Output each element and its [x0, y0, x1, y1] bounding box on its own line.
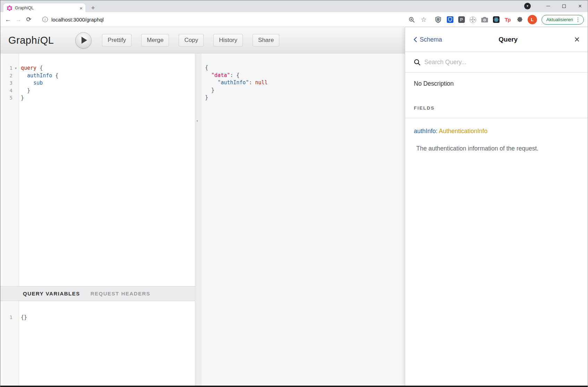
fold-arrow-icon[interactable]: ▾	[12, 64, 19, 72]
toolbar-button-prettify[interactable]: Prettify	[102, 34, 131, 46]
query-gutter-rows: 1▾2345	[0, 64, 19, 102]
doc-fields-heading: FIELDS	[414, 105, 579, 111]
doc-back-label: Schema	[420, 36, 442, 43]
code-line: {	[205, 64, 268, 72]
tab-request-headers[interactable]: REQUEST HEADERS	[91, 291, 151, 296]
tab-query-variables[interactable]: QUERY VARIABLES	[23, 291, 80, 296]
doc-close-icon[interactable]: ×	[574, 35, 580, 44]
reload-icon[interactable]: ⟳	[24, 16, 34, 23]
gutter-row: 1	[0, 314, 19, 321]
tab-title: GraphiQL	[15, 6, 79, 10]
variables-gutter-rows: 1	[0, 314, 19, 321]
doc-field-row: authInfo: AuthenticationInfo	[414, 128, 579, 135]
code-line: {}	[21, 314, 27, 321]
variables-tabbar: QUERY VARIABLESREQUEST HEADERS	[0, 286, 195, 301]
react-devtools-extension-icon[interactable]	[493, 16, 500, 23]
menu-kebab-icon[interactable]: ⋮	[575, 16, 581, 23]
field-name-link[interactable]: authInfo	[414, 128, 436, 135]
doc-title: Query	[442, 36, 574, 43]
code-line: query {	[21, 64, 58, 72]
graphql-favicon-icon	[7, 6, 12, 11]
gutter-row: 1▾	[0, 64, 19, 72]
back-icon[interactable]: ←	[3, 16, 13, 23]
query-editor[interactable]: 1▾2345 query { authInfo { sub }}	[0, 53, 195, 286]
address-bar[interactable]: localhost:3000/graphql	[51, 17, 104, 23]
code-line: }	[21, 94, 58, 102]
autoscroll-extension-icon[interactable]	[469, 16, 477, 23]
doc-explorer: Schema Query × No Description FIELDS aut…	[405, 27, 588, 386]
code-line: }	[205, 94, 268, 102]
site-info-icon[interactable]: i	[42, 17, 48, 22]
code-line: }	[21, 87, 58, 95]
p-extension-icon[interactable]: P	[458, 16, 465, 23]
execute-query-button[interactable]	[75, 32, 92, 49]
toolbar-button-share[interactable]: Share	[253, 34, 279, 46]
toolbar-button-merge[interactable]: Merge	[141, 34, 169, 46]
code-line: "data": {	[205, 72, 268, 79]
play-icon	[82, 37, 87, 44]
window-left-edge	[0, 0, 0, 387]
screenshot-camera-extension-icon[interactable]	[481, 16, 488, 23]
result-fold-gutter	[195, 53, 202, 386]
variables-editor[interactable]: 1 {}	[0, 301, 195, 386]
window-maximize-button[interactable]	[556, 1, 572, 12]
window-minimize-button[interactable]	[540, 1, 556, 12]
toolbar-button-history[interactable]: History	[213, 34, 243, 46]
browser-tab[interactable]: GraphiQL ×	[3, 3, 85, 12]
forward-icon[interactable]: →	[13, 16, 24, 23]
toolbar-buttons: PrettifyMergeCopyHistoryShare	[102, 34, 279, 46]
doc-back-link[interactable]: Schema	[414, 36, 442, 43]
doc-field-description: The authentication information of the re…	[416, 145, 579, 152]
code-line: sub	[21, 79, 58, 87]
result-viewer: ▾ { "data": { "authInfo": null }}	[195, 53, 405, 386]
toolbar-button-copy[interactable]: Copy	[179, 34, 204, 46]
code-line: }	[205, 87, 268, 94]
gutter-row: 3	[0, 79, 19, 87]
search-icon	[414, 59, 420, 66]
code-line: authInfo {	[21, 72, 58, 80]
tab-close-icon[interactable]: ×	[79, 6, 83, 11]
result-code-lines: { "data": { "authInfo": null }}	[205, 64, 268, 102]
chrome-update-badge-icon[interactable]: ▼	[524, 3, 531, 9]
tp-extension-icon[interactable]: Tp	[504, 16, 511, 23]
bitwarden-extension-icon[interactable]	[446, 16, 454, 23]
bookmark-star-icon[interactable]: ☆	[420, 16, 427, 23]
doc-no-description: No Description	[414, 80, 579, 87]
browser-tabstrip: GraphiQL × + ▼ ×	[0, 0, 588, 12]
window-bottom-edge	[0, 386, 588, 387]
graphiql-toolbar: GraphiQL PrettifyMergeCopyHistoryShare	[0, 27, 405, 53]
zoom-indicator-icon[interactable]	[408, 16, 416, 23]
extensions-puzzle-icon[interactable]	[516, 16, 523, 23]
profile-avatar[interactable]: L	[528, 15, 537, 24]
gutter-row: 2	[0, 72, 19, 80]
new-tab-button[interactable]: +	[89, 4, 97, 12]
field-separator: :	[436, 128, 439, 135]
update-chrome-button[interactable]: Aktualisieren ⋮	[542, 15, 584, 25]
gutter-row: 5	[0, 94, 19, 102]
doc-search-input[interactable]	[424, 59, 579, 66]
gutter-row: 4	[0, 87, 19, 95]
code-line: "authInfo": null	[205, 79, 268, 87]
query-code-lines: query { authInfo { sub }}	[21, 64, 58, 102]
doc-search-row	[405, 52, 588, 72]
divider	[405, 118, 588, 118]
ublock-extension-icon[interactable]	[435, 16, 442, 23]
graphiql-logo: GraphiQL	[8, 35, 54, 46]
variables-code-lines: {}	[21, 314, 27, 321]
window-close-button[interactable]: ×	[572, 1, 588, 12]
type-name-link[interactable]: AuthenticationInfo	[439, 128, 487, 135]
doc-explorer-header: Schema Query ×	[405, 27, 588, 52]
update-chrome-label: Aktualisieren	[546, 17, 573, 22]
chevron-left-icon	[414, 37, 417, 42]
fold-arrow-icon[interactable]: ▾	[196, 119, 198, 123]
